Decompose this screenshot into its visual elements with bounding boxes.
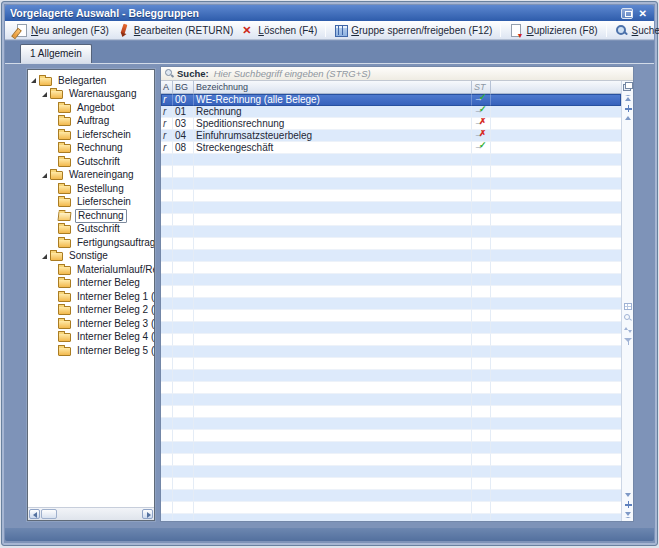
restore-window-icon[interactable] [621,8,633,19]
column-chooser-icon[interactable] [623,82,632,91]
duplizieren-button[interactable]: Duplizieren (F8) [505,22,601,39]
tree-item[interactable]: Angebot [28,101,154,115]
table-row-empty [161,310,621,322]
column-header-bg[interactable]: BG [173,81,194,94]
duplicate-icon [509,24,522,37]
filter-icon[interactable] [624,338,632,346]
cell-status [472,262,491,274]
tree-item-label: Interner Beleg 5 (PPS) [75,345,154,357]
close-window-icon[interactable] [637,8,649,19]
table-row[interactable]: r01Rechnung [161,106,621,118]
scroll-left-icon[interactable] [29,509,40,519]
cell-a [161,166,173,178]
scroll-page-down-icon[interactable] [625,501,632,508]
grid-view-icon[interactable] [624,303,632,310]
tree-item[interactable]: Rechnung [28,142,154,156]
scroll-to-top-icon[interactable] [625,95,631,101]
scroll-right-icon[interactable] [142,509,153,519]
tree-item[interactable]: Sonstige [28,250,154,264]
cell-bezeichnung [194,226,472,238]
tree-item-label: Lieferschein [75,196,133,208]
loeschen-button[interactable]: Löschen (F4) [237,22,321,39]
cell-a [161,514,173,521]
cell-a [161,502,173,514]
toolbar: Neu anlegen (F3)Bearbeiten (RETURN)Lösch… [5,21,654,40]
tree-item[interactable]: Interner Beleg 4 (PPS) [28,331,154,345]
tree-item[interactable]: Interner Beleg 3 (PPS) [28,317,154,331]
cell-a: r [161,118,173,130]
cell-a: r [161,142,173,154]
bearbeiten-button-label: Bearbeiten (RETURN) [134,25,233,36]
neu-anlegen-button[interactable]: Neu anlegen (F3) [10,22,113,39]
column-header-bezeichnung[interactable]: Bezeichnung [194,81,472,94]
tree-item[interactable]: Gutschrift [28,223,154,237]
column-header-st[interactable]: ST [472,81,491,94]
cell-bezeichnung: Speditionsrechnung [194,118,472,130]
scroll-page-up-icon[interactable] [625,105,632,112]
table-row[interactable]: r04Einfuhrumsatzsteuerbeleg [161,130,621,142]
table-row-empty [161,262,621,274]
cell-bg [173,490,194,502]
tree-item[interactable]: Lieferschein [28,196,154,210]
tree-item[interactable]: Interner Beleg 5 (PPS) [28,344,154,358]
cell-bezeichnung [194,394,472,406]
cell-a [161,406,173,418]
tree-item[interactable]: Interner Beleg 1 (PPS) [28,290,154,304]
tree-horizontal-scrollbar[interactable] [28,507,154,520]
tree-item[interactable]: Materialumlauf/Reparatur [28,263,154,277]
scrollbar-thumb[interactable] [41,509,57,519]
suchen-button[interactable]: Suchen (STRG+S) [611,22,659,39]
scroll-to-bottom-icon[interactable] [625,512,631,518]
search-row-icon[interactable] [624,314,632,322]
tree-item[interactable]: Interner Beleg [28,277,154,291]
scroll-down-icon[interactable] [625,493,631,497]
bearbeiten-button[interactable]: Bearbeiten (RETURN) [113,22,237,39]
cell-status [472,406,491,418]
search-bar[interactable]: Suche: Hier Suchbegriff eingeben (STRG+S… [161,67,633,81]
cell-bg [173,478,194,490]
search-icon [615,24,628,37]
cell-bezeichnung [194,238,472,250]
tree-item-label: Fertigungsauftrag (PPS) [75,237,154,249]
cell-a: r [161,94,173,106]
table-row-empty [161,382,621,394]
sort-icon[interactable] [624,326,632,334]
cell-a [161,478,173,490]
cell-filler [491,190,621,202]
cell-filler [491,478,621,490]
new-document-icon [14,24,27,37]
tab-strip: 1 Allgemein [5,41,654,64]
table-row[interactable]: r03Speditionsrechnung [161,118,621,130]
cell-filler [491,226,621,238]
tree-item-label: Auftrag [75,115,111,127]
cell-status [472,274,491,286]
tree-item[interactable]: Bestellung [28,182,154,196]
tree-item[interactable]: Lieferschein [28,128,154,142]
tab-allgemein[interactable]: 1 Allgemein [20,44,92,63]
tree-item[interactable]: Belegarten [28,74,154,88]
cell-filler [491,286,621,298]
cell-a [161,190,173,202]
table-row[interactable]: r00WE-Rechnung (alle Belege) [161,94,621,106]
folder-icon [50,171,63,180]
tree-item[interactable]: Rechnung [28,209,154,223]
tree-item[interactable]: Wareneingang [28,169,154,183]
cell-status [472,154,491,166]
tree-item[interactable]: Fertigungsauftrag (PPS) [28,236,154,250]
arrow-red-x-icon [474,130,488,140]
table-row[interactable]: r08Streckengeschäft [161,142,621,154]
tree-item-label: Bestellung [75,183,126,195]
scroll-up-icon[interactable] [625,116,631,120]
tree-item[interactable]: Interner Beleg 2 (PPS) [28,304,154,318]
column-header-a[interactable]: A [161,81,173,94]
gruppe-sperren-button[interactable]: Gruppe sperren/freigeben (F12) [330,22,496,39]
cell-status [472,310,491,322]
tree-item[interactable]: Auftrag [28,115,154,129]
cell-bezeichnung [194,346,472,358]
tree-item[interactable]: Gutschrift [28,155,154,169]
delete-x-icon [241,24,254,37]
tree-item[interactable]: Warenausgang [28,88,154,102]
loeschen-button-label: Löschen (F4) [258,25,317,36]
arrow-green-check-icon [474,106,488,116]
titlebar: Vorgelagerte Auswahl - Beleggruppen [5,5,654,21]
